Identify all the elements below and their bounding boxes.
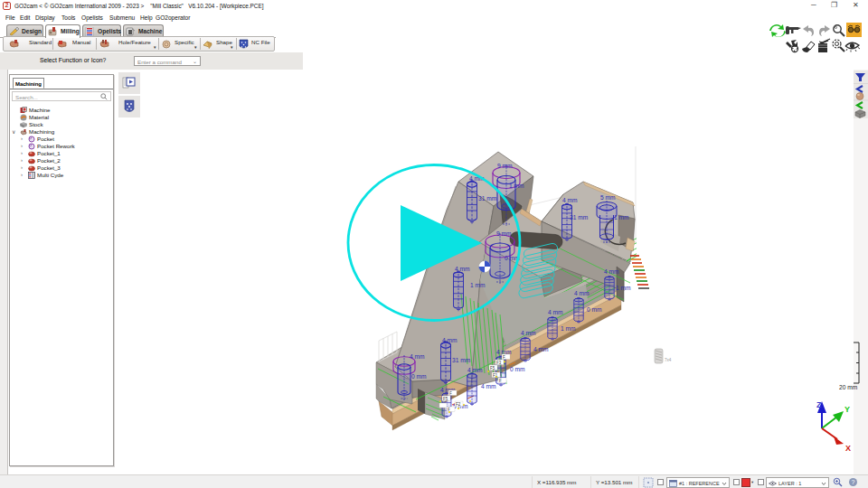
svg-text:1 mm: 1 mm xyxy=(616,285,631,291)
svg-text:F3: F3 xyxy=(496,361,502,365)
svg-text:9 mm: 9 mm xyxy=(496,230,512,237)
svg-text:F5: F5 xyxy=(443,397,448,401)
svg-text:F5: F5 xyxy=(490,366,495,371)
svg-text:X: X xyxy=(845,444,851,453)
svg-text:4 mm: 4 mm xyxy=(533,346,549,352)
svg-text:F: F xyxy=(499,379,502,383)
svg-text:1 mm: 1 mm xyxy=(509,183,524,189)
svg-text:7x4: 7x4 xyxy=(665,358,672,362)
svg-text:31 mm: 31 mm xyxy=(570,214,589,221)
svg-text:0 mm: 0 mm xyxy=(587,306,602,313)
svg-text:1 mm: 1 mm xyxy=(561,325,576,332)
svg-text:F: F xyxy=(448,408,450,412)
svg-text:20 mm: 20 mm xyxy=(839,384,858,390)
svg-text:4 mm: 4 mm xyxy=(562,197,578,203)
svg-text:4 mm: 4 mm xyxy=(481,383,496,389)
svg-text:31 mm: 31 mm xyxy=(478,195,497,202)
svg-text:1 mm: 1 mm xyxy=(470,282,486,288)
svg-text:1 mm: 1 mm xyxy=(614,214,629,221)
svg-text:4 mm: 4 mm xyxy=(467,367,483,373)
svg-text:F2: F2 xyxy=(456,402,461,407)
svg-text:4 mm: 4 mm xyxy=(604,268,619,275)
svg-text:Y: Y xyxy=(844,405,850,414)
svg-text:0 mm: 0 mm xyxy=(411,373,427,380)
svg-text:4 mm: 4 mm xyxy=(410,353,425,360)
svg-text:4 mm: 4 mm xyxy=(455,266,470,272)
svg-text:Z: Z xyxy=(816,400,822,409)
svg-text:9 mm: 9 mm xyxy=(497,163,513,169)
svg-text:4 mm: 4 mm xyxy=(521,330,536,336)
svg-text:4 mm: 4 mm xyxy=(442,337,458,343)
svg-text:F: F xyxy=(449,391,452,396)
svg-text:F: F xyxy=(503,355,505,360)
svg-text:5 mm: 5 mm xyxy=(600,194,616,201)
svg-text:0 mm: 0 mm xyxy=(510,366,525,372)
svg-text:4 mm: 4 mm xyxy=(574,290,590,296)
svg-text:31 mm: 31 mm xyxy=(452,357,471,363)
svg-text:4 mm: 4 mm xyxy=(548,309,563,315)
svg-text:?: ? xyxy=(852,479,855,485)
